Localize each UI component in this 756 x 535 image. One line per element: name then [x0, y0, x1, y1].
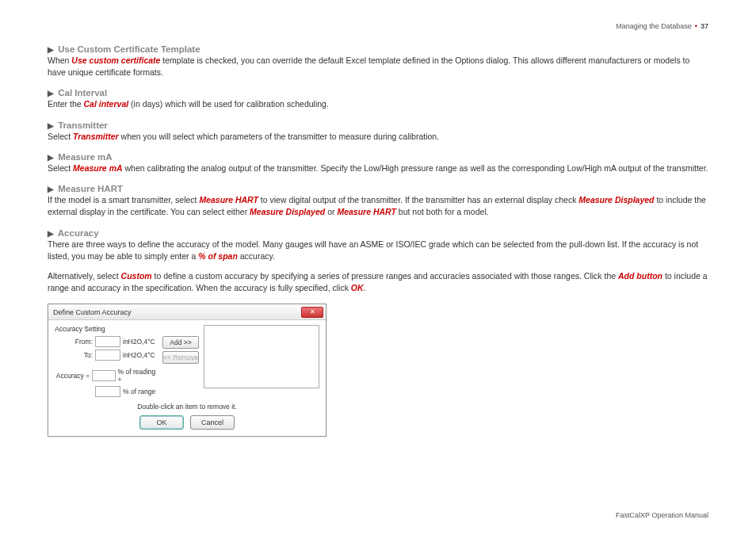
body-paragraph: Select Transmitter when you will select …: [48, 131, 708, 143]
body-paragraph: When Use custom certificate template is …: [48, 55, 708, 78]
section-heading-certificate: ▶ Use Custom Certificate Template: [48, 44, 708, 54]
remove-button[interactable]: << Remove: [162, 351, 199, 364]
from-label: From:: [55, 338, 93, 346]
to-unit: inH2O,4°C: [123, 351, 155, 359]
body-paragraph: There are three ways to define the accur…: [48, 239, 708, 262]
body-paragraph: Enter the Cal interval (in days) which w…: [48, 98, 708, 110]
range-input[interactable]: [95, 386, 120, 397]
add-button[interactable]: Add >>: [162, 336, 199, 349]
group-label: Accuracy Setting: [55, 325, 158, 333]
section-heading-transmitter: ▶ Transmitter: [48, 120, 708, 130]
dialog-title: Define Custom Accuracy: [53, 308, 132, 316]
cancel-button[interactable]: Cancel: [190, 415, 235, 430]
from-unit: inH2O,4°C: [123, 338, 155, 346]
to-input[interactable]: [95, 350, 120, 361]
body-paragraph: Select Measure mA when calibrating the a…: [48, 162, 708, 174]
ranges-listbox[interactable]: [204, 325, 319, 388]
section-heading-accuracy: ▶ Accuracy: [48, 228, 708, 238]
reading-unit: % of reading +: [118, 368, 158, 384]
dialog-titlebar: Define Custom Accuracy ✕: [48, 304, 326, 320]
section-heading-measure-hart: ▶ Measure HART: [48, 184, 708, 193]
body-paragraph: Alternatively, select Custom to define a…: [48, 270, 708, 294]
from-input[interactable]: [95, 336, 120, 347]
ok-button[interactable]: OK: [139, 415, 184, 430]
section-heading-cal-interval: ▶ Cal Interval: [48, 88, 708, 97]
section-heading-measure-ma: ▶ Measure mA: [48, 152, 708, 162]
reading-input[interactable]: [92, 370, 116, 381]
close-icon[interactable]: ✕: [301, 307, 323, 318]
page-header: Managing the Database•37: [48, 22, 708, 30]
define-custom-accuracy-dialog: Define Custom Accuracy ✕ Accuracy Settin…: [48, 304, 326, 437]
accuracy-label: Accuracy =: [55, 372, 90, 380]
body-paragraph: If the model is a smart transmitter, sel…: [48, 194, 708, 218]
listbox-caption: Double-click an item to remove it.: [48, 403, 326, 411]
range-unit: % of range: [123, 388, 155, 396]
page-footer: FastCalXP Operation Manual: [616, 511, 708, 519]
to-label: To:: [55, 351, 93, 359]
